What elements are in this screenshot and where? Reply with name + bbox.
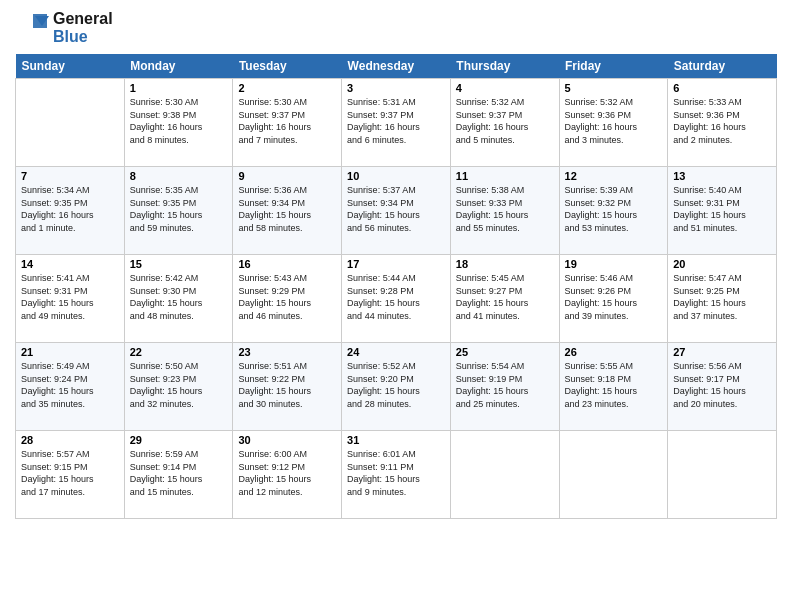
- day-info: Sunrise: 5:49 AMSunset: 9:24 PMDaylight:…: [21, 360, 119, 410]
- day-number: 11: [456, 170, 554, 182]
- calendar-cell: 3Sunrise: 5:31 AMSunset: 9:37 PMDaylight…: [342, 79, 451, 167]
- day-number: 30: [238, 434, 336, 446]
- col-header-tuesday: Tuesday: [233, 54, 342, 79]
- day-number: 21: [21, 346, 119, 358]
- header-row: SundayMondayTuesdayWednesdayThursdayFrid…: [16, 54, 777, 79]
- calendar-cell: 27Sunrise: 5:56 AMSunset: 9:17 PMDayligh…: [668, 343, 777, 431]
- day-number: 10: [347, 170, 445, 182]
- day-number: 22: [130, 346, 228, 358]
- day-number: 18: [456, 258, 554, 270]
- calendar-cell: 18Sunrise: 5:45 AMSunset: 9:27 PMDayligh…: [450, 255, 559, 343]
- day-info: Sunrise: 5:56 AMSunset: 9:17 PMDaylight:…: [673, 360, 771, 410]
- day-info: Sunrise: 5:32 AMSunset: 9:37 PMDaylight:…: [456, 96, 554, 146]
- calendar-cell: 28Sunrise: 5:57 AMSunset: 9:15 PMDayligh…: [16, 431, 125, 519]
- calendar-cell: 12Sunrise: 5:39 AMSunset: 9:32 PMDayligh…: [559, 167, 668, 255]
- calendar-cell: 7Sunrise: 5:34 AMSunset: 9:35 PMDaylight…: [16, 167, 125, 255]
- logo: General Blue: [15, 10, 113, 46]
- calendar-cell: 25Sunrise: 5:54 AMSunset: 9:19 PMDayligh…: [450, 343, 559, 431]
- day-info: Sunrise: 6:01 AMSunset: 9:11 PMDaylight:…: [347, 448, 445, 498]
- day-info: Sunrise: 5:37 AMSunset: 9:34 PMDaylight:…: [347, 184, 445, 234]
- calendar-cell: 4Sunrise: 5:32 AMSunset: 9:37 PMDaylight…: [450, 79, 559, 167]
- header: General Blue: [15, 10, 777, 46]
- week-row-3: 14Sunrise: 5:41 AMSunset: 9:31 PMDayligh…: [16, 255, 777, 343]
- day-number: 29: [130, 434, 228, 446]
- week-row-1: 1Sunrise: 5:30 AMSunset: 9:38 PMDaylight…: [16, 79, 777, 167]
- calendar-cell: [16, 79, 125, 167]
- calendar-cell: 20Sunrise: 5:47 AMSunset: 9:25 PMDayligh…: [668, 255, 777, 343]
- calendar-cell: 26Sunrise: 5:55 AMSunset: 9:18 PMDayligh…: [559, 343, 668, 431]
- col-header-thursday: Thursday: [450, 54, 559, 79]
- day-info: Sunrise: 5:35 AMSunset: 9:35 PMDaylight:…: [130, 184, 228, 234]
- day-info: Sunrise: 5:36 AMSunset: 9:34 PMDaylight:…: [238, 184, 336, 234]
- day-number: 24: [347, 346, 445, 358]
- day-info: Sunrise: 5:42 AMSunset: 9:30 PMDaylight:…: [130, 272, 228, 322]
- week-row-4: 21Sunrise: 5:49 AMSunset: 9:24 PMDayligh…: [16, 343, 777, 431]
- day-info: Sunrise: 5:57 AMSunset: 9:15 PMDaylight:…: [21, 448, 119, 498]
- day-number: 23: [238, 346, 336, 358]
- calendar-cell: 15Sunrise: 5:42 AMSunset: 9:30 PMDayligh…: [124, 255, 233, 343]
- day-number: 31: [347, 434, 445, 446]
- calendar-page: General Blue SundayMondayTuesdayWednesda…: [0, 0, 792, 612]
- day-info: Sunrise: 5:59 AMSunset: 9:14 PMDaylight:…: [130, 448, 228, 498]
- day-info: Sunrise: 5:30 AMSunset: 9:37 PMDaylight:…: [238, 96, 336, 146]
- day-number: 27: [673, 346, 771, 358]
- calendar-cell: 16Sunrise: 5:43 AMSunset: 9:29 PMDayligh…: [233, 255, 342, 343]
- day-info: Sunrise: 5:47 AMSunset: 9:25 PMDaylight:…: [673, 272, 771, 322]
- calendar-cell: [668, 431, 777, 519]
- calendar-cell: 30Sunrise: 6:00 AMSunset: 9:12 PMDayligh…: [233, 431, 342, 519]
- day-number: 17: [347, 258, 445, 270]
- day-info: Sunrise: 5:46 AMSunset: 9:26 PMDaylight:…: [565, 272, 663, 322]
- col-header-sunday: Sunday: [16, 54, 125, 79]
- day-number: 1: [130, 82, 228, 94]
- col-header-saturday: Saturday: [668, 54, 777, 79]
- day-number: 14: [21, 258, 119, 270]
- day-number: 25: [456, 346, 554, 358]
- col-header-wednesday: Wednesday: [342, 54, 451, 79]
- day-info: Sunrise: 5:32 AMSunset: 9:36 PMDaylight:…: [565, 96, 663, 146]
- calendar-cell: 2Sunrise: 5:30 AMSunset: 9:37 PMDaylight…: [233, 79, 342, 167]
- week-row-2: 7Sunrise: 5:34 AMSunset: 9:35 PMDaylight…: [16, 167, 777, 255]
- day-number: 7: [21, 170, 119, 182]
- day-info: Sunrise: 5:43 AMSunset: 9:29 PMDaylight:…: [238, 272, 336, 322]
- logo-container: General Blue: [15, 10, 113, 46]
- calendar-cell: 13Sunrise: 5:40 AMSunset: 9:31 PMDayligh…: [668, 167, 777, 255]
- day-info: Sunrise: 5:33 AMSunset: 9:36 PMDaylight:…: [673, 96, 771, 146]
- week-row-5: 28Sunrise: 5:57 AMSunset: 9:15 PMDayligh…: [16, 431, 777, 519]
- day-number: 19: [565, 258, 663, 270]
- day-info: Sunrise: 5:39 AMSunset: 9:32 PMDaylight:…: [565, 184, 663, 234]
- day-number: 12: [565, 170, 663, 182]
- calendar-cell: 24Sunrise: 5:52 AMSunset: 9:20 PMDayligh…: [342, 343, 451, 431]
- calendar-cell: 10Sunrise: 5:37 AMSunset: 9:34 PMDayligh…: [342, 167, 451, 255]
- day-info: Sunrise: 5:40 AMSunset: 9:31 PMDaylight:…: [673, 184, 771, 234]
- day-info: Sunrise: 5:30 AMSunset: 9:38 PMDaylight:…: [130, 96, 228, 146]
- calendar-cell: 17Sunrise: 5:44 AMSunset: 9:28 PMDayligh…: [342, 255, 451, 343]
- day-number: 6: [673, 82, 771, 94]
- day-number: 8: [130, 170, 228, 182]
- day-info: Sunrise: 5:41 AMSunset: 9:31 PMDaylight:…: [21, 272, 119, 322]
- calendar-cell: [559, 431, 668, 519]
- day-info: Sunrise: 5:50 AMSunset: 9:23 PMDaylight:…: [130, 360, 228, 410]
- logo-bird-icon: [15, 10, 51, 46]
- calendar-cell: 21Sunrise: 5:49 AMSunset: 9:24 PMDayligh…: [16, 343, 125, 431]
- day-number: 20: [673, 258, 771, 270]
- calendar-cell: 14Sunrise: 5:41 AMSunset: 9:31 PMDayligh…: [16, 255, 125, 343]
- day-number: 15: [130, 258, 228, 270]
- day-number: 5: [565, 82, 663, 94]
- col-header-friday: Friday: [559, 54, 668, 79]
- logo-text-blue: Blue: [53, 28, 113, 46]
- day-info: Sunrise: 5:54 AMSunset: 9:19 PMDaylight:…: [456, 360, 554, 410]
- calendar-cell: 19Sunrise: 5:46 AMSunset: 9:26 PMDayligh…: [559, 255, 668, 343]
- calendar-cell: 22Sunrise: 5:50 AMSunset: 9:23 PMDayligh…: [124, 343, 233, 431]
- day-number: 4: [456, 82, 554, 94]
- day-number: 16: [238, 258, 336, 270]
- day-info: Sunrise: 5:52 AMSunset: 9:20 PMDaylight:…: [347, 360, 445, 410]
- calendar-cell: 23Sunrise: 5:51 AMSunset: 9:22 PMDayligh…: [233, 343, 342, 431]
- day-number: 26: [565, 346, 663, 358]
- calendar-cell: 1Sunrise: 5:30 AMSunset: 9:38 PMDaylight…: [124, 79, 233, 167]
- calendar-cell: 9Sunrise: 5:36 AMSunset: 9:34 PMDaylight…: [233, 167, 342, 255]
- day-number: 3: [347, 82, 445, 94]
- day-number: 13: [673, 170, 771, 182]
- day-info: Sunrise: 5:31 AMSunset: 9:37 PMDaylight:…: [347, 96, 445, 146]
- day-info: Sunrise: 5:38 AMSunset: 9:33 PMDaylight:…: [456, 184, 554, 234]
- calendar-cell: 11Sunrise: 5:38 AMSunset: 9:33 PMDayligh…: [450, 167, 559, 255]
